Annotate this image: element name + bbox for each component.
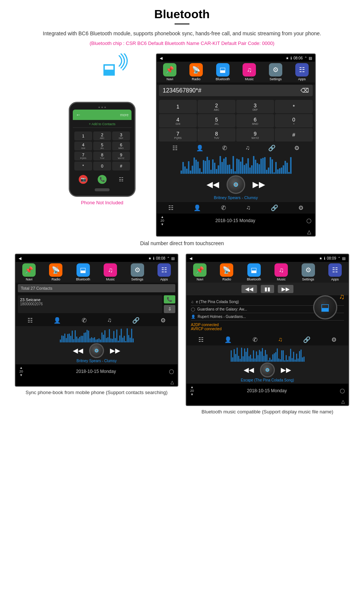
up-arrow[interactable]: ▲: [161, 215, 164, 219]
dp-2[interactable]: 2ABC: [198, 100, 235, 113]
ml-bi-dialpad[interactable]: ☷: [198, 336, 204, 343]
ml-bi-music-active[interactable]: ♫: [278, 336, 282, 343]
pb-bi-dialpad[interactable]: ☷: [27, 317, 33, 324]
pb-rewind[interactable]: ◀◀: [73, 347, 83, 355]
rewind-button[interactable]: ◀◀: [207, 180, 219, 189]
dp-8[interactable]: 8TUV: [198, 128, 235, 142]
phone-home-button[interactable]: [95, 188, 110, 191]
pb-bi-settings[interactable]: ⚙: [160, 317, 166, 324]
ml-home-circle[interactable]: ◯: [340, 388, 345, 393]
bi-settings[interactable]: ⚙: [298, 204, 303, 211]
pb-nav-apps[interactable]: ☷Apps: [157, 263, 171, 281]
ml-bi-link[interactable]: 🔗: [303, 336, 311, 343]
ml-nav-bt[interactable]: ⬓Bluetooth: [247, 263, 261, 281]
call-contact-button[interactable]: 📞: [164, 295, 175, 303]
save-contact-button[interactable]: ⇩: [164, 305, 175, 313]
ml-bi-settings[interactable]: ⚙: [331, 336, 337, 343]
dialpad-key-9[interactable]: 9WXYZ: [112, 152, 130, 160]
dialpad-key-4[interactable]: 4GHI: [74, 142, 92, 150]
bi-music[interactable]: ♫: [246, 204, 251, 211]
dialpad-key-6[interactable]: 6MNO: [112, 142, 130, 150]
pb-back[interactable]: ◀: [19, 256, 22, 260]
pb-home-circle[interactable]: ◯: [169, 369, 174, 374]
ml-vol-down[interactable]: ▼: [191, 393, 194, 396]
dialpad-toggle-icon[interactable]: ☷: [172, 144, 178, 152]
contacts-icon[interactable]: 👤: [196, 144, 204, 152]
ml-nav-music[interactable]: ♫Music: [274, 263, 288, 281]
phone-call-button[interactable]: 📞: [98, 175, 107, 184]
pb-nav-radio[interactable]: 📡Radio: [49, 263, 62, 281]
dialpad-key-star[interactable]: *: [74, 162, 92, 170]
pb-bi-recents[interactable]: ✆: [82, 317, 87, 324]
dp-6[interactable]: 6MNO: [236, 114, 274, 127]
ml-pause-btn[interactable]: ▮▮: [261, 285, 274, 293]
dialpad-key-5[interactable]: 5JKL: [93, 142, 111, 150]
bi-link[interactable]: 🔗: [271, 204, 278, 211]
dialpad-key-1[interactable]: 1: [74, 131, 92, 140]
dialpad-key-2[interactable]: 2ABC: [93, 131, 111, 140]
music-caption: Bluetooth music compatible (Support disp…: [202, 408, 334, 416]
home-circle[interactable]: ◯: [306, 218, 311, 223]
ml-bi-contacts[interactable]: 👤: [224, 336, 232, 343]
ml-vol-up[interactable]: ▲: [191, 385, 194, 389]
contacts-search[interactable]: Total 27 Contacts: [18, 284, 175, 292]
dp-hash[interactable]: #: [275, 128, 313, 142]
dialpad-key-0[interactable]: 0: [93, 162, 111, 170]
gear-ctrl-icon[interactable]: ⚙: [294, 144, 299, 152]
ml-rewind[interactable]: ◀◀: [244, 366, 254, 374]
dialpad-key-hash[interactable]: #: [112, 162, 130, 170]
ml-back-tri[interactable]: △: [341, 399, 345, 404]
dialpad-key-3[interactable]: 3DEF: [112, 131, 130, 140]
pb-nav-bt[interactable]: ⬓Bluetooth: [76, 263, 90, 281]
pb-vol-down[interactable]: ▼: [20, 373, 23, 377]
dp-9[interactable]: 9WXYZ: [236, 128, 274, 142]
forward-button[interactable]: ▶▶: [253, 180, 265, 189]
dp-star[interactable]: *: [275, 100, 313, 113]
phone-end-button[interactable]: 📷: [79, 175, 88, 184]
nav-apps[interactable]: ☷ Apps: [295, 63, 309, 81]
ml-nav-navi[interactable]: 📌Navi: [193, 263, 207, 281]
dp-0[interactable]: 0+: [275, 114, 313, 127]
ml-nav-radio[interactable]: 📡Radio: [220, 263, 233, 281]
ml-bi-recents[interactable]: ✆: [253, 336, 257, 343]
bi-dialpad[interactable]: ☷: [168, 204, 173, 211]
pb-forward[interactable]: ▶▶: [110, 347, 120, 355]
nav-radio[interactable]: 📡 Radio: [189, 63, 203, 81]
bi-recents[interactable]: ✆: [221, 204, 226, 211]
pb-bi-contacts[interactable]: 👤: [53, 317, 61, 324]
ml-forward-btn[interactable]: ▶▶: [278, 285, 293, 293]
pb-bi-music[interactable]: ♫: [107, 317, 111, 324]
pb-vol-up[interactable]: ▲: [20, 366, 23, 370]
back-triangle[interactable]: △: [307, 229, 311, 235]
ml-nav-settings[interactable]: ⚙Settings: [302, 263, 315, 281]
dp-7[interactable]: 7PQRS: [159, 128, 197, 142]
dp-4[interactable]: 4GHI: [159, 114, 197, 127]
back-icon[interactable]: ◀: [160, 56, 163, 60]
recents-icon[interactable]: ✆: [222, 144, 227, 152]
link-icon[interactable]: 🔗: [268, 144, 276, 152]
nav-settings[interactable]: ⚙ Settings: [269, 63, 282, 81]
down-arrow[interactable]: ▼: [161, 222, 164, 226]
nav-navi[interactable]: 📌 Navi: [163, 63, 176, 81]
pb-nav-settings[interactable]: ⚙Settings: [131, 263, 144, 281]
nav-music[interactable]: ♫ Music: [243, 63, 256, 81]
ml-rewind-btn[interactable]: ◀◀: [241, 285, 257, 293]
ml-playback-controls: ◀◀ ▮▮ ▶▶: [186, 283, 348, 295]
dialpad-key-7[interactable]: 7PQRS: [74, 152, 92, 160]
dp-1[interactable]: 1: [159, 100, 197, 113]
dp-3[interactable]: 3DEF: [236, 100, 274, 113]
pb-nav-music[interactable]: ♫Music: [104, 263, 117, 281]
ml-nav-apps[interactable]: ☷Apps: [328, 263, 342, 281]
music-ctrl-icon[interactable]: ♫: [245, 144, 250, 152]
pb-back-tri[interactable]: △: [170, 380, 174, 385]
pb-back-row: △: [16, 378, 178, 386]
pb-nav-navi[interactable]: 📌Navi: [22, 263, 36, 281]
delete-button[interactable]: ⌫: [300, 87, 309, 94]
dialpad-key-8[interactable]: 8TUV: [93, 152, 111, 160]
pb-bi-link[interactable]: 🔗: [132, 317, 140, 324]
ml-forward[interactable]: ▶▶: [281, 366, 291, 374]
ml-back[interactable]: ◀: [189, 256, 192, 260]
dp-5[interactable]: 5JKL: [198, 114, 235, 127]
bi-contacts[interactable]: 👤: [194, 204, 201, 211]
nav-bluetooth[interactable]: ⬓ Bluetooth: [216, 63, 230, 81]
